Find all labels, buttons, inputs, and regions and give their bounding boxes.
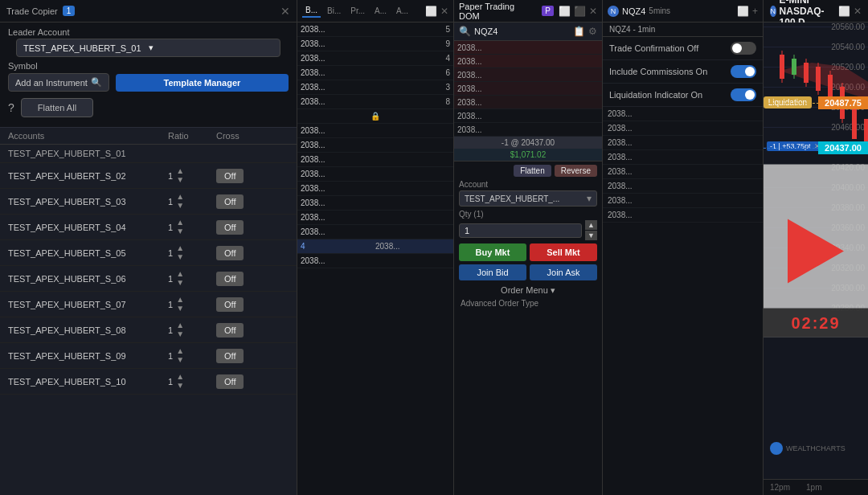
close-icon[interactable]: ✕ [280,5,290,18]
off-button[interactable]: Off [216,169,244,183]
qty-decrease[interactable]: ▼ [585,231,597,240]
ratio-stepper[interactable]: ▲ ▼ [176,321,184,338]
tab-bi[interactable]: Bi... [324,5,344,17]
ratio-stepper[interactable]: ▲ ▼ [176,167,184,184]
add-instrument-button[interactable]: Add an Instrument 🔍 [8,73,109,92]
close-icon[interactable]: ✕ [854,6,862,17]
qty-increase[interactable]: ▲ [585,220,597,230]
dom-badge: P [542,6,554,16]
cross-cell: Off [216,374,289,389]
account-name: TEST_APEX_HUBERT_S_01 [8,149,168,158]
ratio-increase[interactable]: ▲ [176,193,184,201]
tab-pr[interactable]: Pr... [347,5,368,17]
ratio-decrease[interactable]: ▼ [176,279,184,287]
toggle-knob [745,90,755,100]
qty-input[interactable] [459,223,582,238]
ratio-decrease[interactable]: ▼ [176,253,184,261]
ratio-decrease[interactable]: ▼ [176,227,184,235]
table-row: TEST_APEX_HUBERT_S_01 [0,145,297,163]
join-row: Join Bid Join Ask [459,264,597,280]
account-dropdown[interactable]: TEST_APEX_HUBERT_... ▾ [459,190,597,207]
video-overlay: 02:29 [764,165,868,338]
ratio-decrease[interactable]: ▼ [176,356,184,364]
trade-copier-panel: Trade Copier 1 ✕ Leader Account TEST_APE… [0,0,297,495]
order-direction-row: Flatten Reverse [459,165,597,177]
liquidation-indicator-toggle[interactable] [731,88,756,101]
svg-rect-14 [864,119,868,143]
ratio-decrease[interactable]: ▼ [176,202,184,210]
join-ask-button[interactable]: Join Ask [530,264,597,280]
price-row: 2038... [297,124,453,138]
accounts-col-header: Accounts [8,131,168,141]
ratio-increase[interactable]: ▲ [176,270,184,278]
chart-icon: N [770,6,776,17]
off-button[interactable]: Off [216,194,244,209]
buy-mkt-button[interactable]: Buy Mkt [459,243,526,261]
ratio-increase[interactable]: ▲ [176,244,184,252]
close-icon[interactable]: ✕ [440,6,448,17]
ratio-increase[interactable]: ▲ [176,321,184,329]
price-row: 2038... [297,211,453,225]
sell-mkt-button[interactable]: Sell Mkt [530,243,597,261]
table-header: Accounts Ratio Cross [0,128,297,145]
ratio-decrease[interactable]: ▼ [176,382,184,390]
order-menu-dropdown[interactable]: Order Menu ▾ [459,284,597,297]
ratio-increase[interactable]: ▲ [176,167,184,175]
chevron-down-icon: ▾ [149,43,274,53]
ratio-increase[interactable]: ▲ [176,219,184,227]
price-row: 2038... 4 [297,51,453,66]
off-button[interactable]: Off [216,272,244,286]
help-icon[interactable]: ? [8,101,14,114]
ratio-decrease[interactable]: ▼ [176,330,184,338]
close-icon[interactable]: ✕ [589,6,597,17]
time-tick-12pm: 12pm [770,483,790,492]
off-button[interactable]: Off [216,374,244,389]
ratio-value: 1 ▲ ▼ [168,193,216,210]
ratio-decrease[interactable]: ▼ [176,176,184,184]
trade-confirmation-toggle[interactable] [731,42,756,55]
price-row: 2038... 9 [297,37,453,51]
join-bid-button[interactable]: Join Bid [459,264,526,280]
dom-search-icons: 📋 ⚙ [573,26,597,37]
ratio-stepper[interactable]: ▲ ▼ [176,219,184,235]
off-button[interactable]: Off [216,297,244,312]
tab-a2[interactable]: A... [393,5,411,17]
tab-b[interactable]: B... [302,4,321,18]
ratio-increase[interactable]: ▲ [176,296,184,304]
dom-price-row: 2038... [454,68,602,82]
include-commissions-label: Include Commissions On [609,67,727,76]
expand-icon[interactable]: ⬜ [838,6,850,17]
tab-a1[interactable]: A... [371,5,390,17]
ratio-stepper[interactable]: ▲ ▼ [176,296,184,313]
off-button[interactable]: Off [216,220,244,235]
reverse-button[interactable]: Reverse [555,165,597,177]
include-commissions-toggle[interactable] [731,65,756,78]
leader-account-dropdown[interactable]: TEST_APEX_HUBERT_S_01 ▾ [16,39,280,57]
table-row: TEST_APEX_HUBERT_S_10 1 ▲ ▼ Off [0,369,297,395]
expand-icon[interactable]: ⬜ [559,6,571,17]
toggle-knob [745,67,755,76]
ratio-decrease[interactable]: ▼ [176,305,184,313]
template-manager-button[interactable]: Template Manager [116,74,289,92]
ratio-increase[interactable]: ▲ [176,347,184,355]
dom-price-row: 2038... [454,123,602,137]
off-button[interactable]: Off [216,323,244,338]
expand-icon[interactable]: ⬜ [425,6,437,17]
off-button[interactable]: Off [216,246,244,260]
flatten-button[interactable]: Flatten [514,165,551,177]
add-icon[interactable]: + [752,6,758,17]
ratio-stepper[interactable]: ▲ ▼ [176,373,184,390]
ratio-stepper[interactable]: ▲ ▼ [176,347,184,364]
chart-area[interactable]: 20560.00 20540.00 20520.00 20500.00 2048… [764,22,868,479]
copy-icon[interactable]: 📋 [573,26,585,37]
popout-icon[interactable]: ⬛ [574,6,586,17]
ratio-stepper[interactable]: ▲ ▼ [176,244,184,261]
ratio-increase[interactable]: ▲ [176,373,184,381]
play-button[interactable] [788,219,844,283]
ratio-stepper[interactable]: ▲ ▼ [176,193,184,210]
flatten-all-button[interactable]: Flatten All [21,98,93,117]
off-button[interactable]: Off [216,349,244,363]
settings-icon[interactable]: ⚙ [588,26,597,37]
expand-icon[interactable]: ⬜ [737,6,749,17]
ratio-stepper[interactable]: ▲ ▼ [176,270,184,287]
